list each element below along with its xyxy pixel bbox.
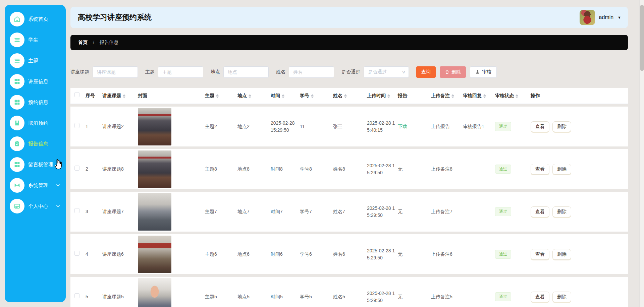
- row-checkbox[interactable]: [74, 166, 79, 171]
- sort-caret-icon[interactable]: [216, 94, 219, 98]
- sidebar-item-留言板管理[interactable]: 留言板管理: [5, 154, 66, 175]
- filter-label: 地点: [211, 69, 220, 75]
- cell-status: 通过: [495, 122, 531, 131]
- filter-group-主题: 主题: [145, 66, 203, 78]
- 删除-row-button[interactable]: 删除: [552, 164, 571, 175]
- sort-caret-icon[interactable]: [311, 94, 314, 98]
- 查看-row-button[interactable]: 查看: [531, 292, 549, 302]
- button-label: 查询: [421, 69, 431, 75]
- sort-caret-icon[interactable]: [344, 94, 347, 98]
- column-label: 报告: [398, 93, 407, 98]
- column-header-审核状态: 审核状态: [495, 92, 531, 99]
- sidebar-item-label: 个人中心: [28, 203, 48, 209]
- filter-select-是否通过[interactable]: 是否通过∨: [364, 66, 409, 78]
- sort-caret-icon[interactable]: [516, 94, 518, 98]
- column-label: 上传时间: [367, 93, 386, 98]
- sidebar-item-label: 学生: [28, 37, 38, 43]
- user-menu[interactable]: admin ▼: [580, 10, 621, 25]
- sidebar-item-预约信息[interactable]: 预约信息: [5, 92, 66, 113]
- sort-caret-icon[interactable]: [249, 94, 251, 98]
- row-checkbox[interactable]: [74, 251, 79, 256]
- sidebar-item-学生[interactable]: 学生: [5, 29, 66, 50]
- sidebar-item-报告信息[interactable]: 报告信息: [5, 133, 66, 154]
- cover-image: [138, 278, 171, 307]
- 删除-row-button[interactable]: 删除: [552, 121, 571, 132]
- sidebar-item-label: 报告信息: [28, 141, 48, 147]
- column-header-学号: 学号: [300, 92, 333, 99]
- cell-report: 无: [398, 293, 431, 300]
- 删除-row-button[interactable]: 删除: [552, 206, 571, 217]
- cell-actions: 查看删除: [531, 206, 628, 217]
- cell-name: 姓名5: [333, 293, 367, 300]
- filter-label: 是否通过: [341, 69, 360, 75]
- filter-input-地点[interactable]: [223, 66, 269, 78]
- sidebar-item-label: 系统管理: [28, 182, 48, 189]
- column-label: 操作: [531, 93, 540, 98]
- sort-caret-icon[interactable]: [483, 94, 486, 98]
- column-header-讲座课题: 讲座课题: [102, 92, 138, 99]
- 审核-button[interactable]: 审核: [470, 66, 497, 78]
- sidebar-item-主题[interactable]: 主题: [5, 50, 66, 71]
- cell-status: 通过: [495, 207, 531, 216]
- 查看-row-button[interactable]: 查看: [531, 121, 549, 132]
- sidebar-item-讲座信息[interactable]: 讲座信息: [5, 71, 66, 92]
- sidebar-item-个人中心[interactable]: 个人中心: [5, 196, 66, 217]
- sort-caret-icon[interactable]: [451, 94, 454, 98]
- sidebar-item-取消预约[interactable]: 取消预约: [5, 113, 66, 133]
- filter-input-讲座课题[interactable]: [93, 66, 138, 78]
- cell-index: 1: [86, 123, 102, 130]
- table-header-row: 序号讲座课题封面主题地点时间学号姓名上传时间报告上传备注审核回复审核状态操作: [70, 88, 628, 104]
- 查看-row-button[interactable]: 查看: [531, 249, 549, 260]
- 删除-row-button[interactable]: 删除: [552, 249, 571, 260]
- cell-upload-time: 2025-02-28 15:29:50: [367, 247, 398, 261]
- report-text: 无: [398, 251, 402, 257]
- cell-place: 地点8: [237, 166, 271, 172]
- 删除-row-button[interactable]: 删除: [552, 292, 571, 302]
- filter-input-姓名[interactable]: [289, 66, 334, 78]
- button-label: 删除: [451, 69, 461, 75]
- column-header-封面: 封面: [138, 92, 205, 99]
- sidebar-item-label: 取消预约: [28, 120, 48, 126]
- cell-actions: 查看删除: [531, 249, 628, 260]
- avatar[interactable]: [580, 10, 595, 25]
- report-download-link[interactable]: 下载: [398, 124, 407, 129]
- cell-name: 姓名8: [333, 166, 367, 172]
- row-checkbox[interactable]: [74, 123, 79, 128]
- cover-image: [138, 150, 171, 188]
- cell-student-no: 11: [300, 123, 333, 130]
- cell-index: 4: [86, 251, 102, 257]
- column-header-地点: 地点: [237, 92, 271, 99]
- vertical-scrollbar[interactable]: [639, 0, 644, 307]
- select-all-checkbox[interactable]: [74, 92, 79, 97]
- sidebar-item-系统首页[interactable]: 系统首页: [5, 9, 66, 29]
- sort-caret-icon[interactable]: [387, 94, 390, 98]
- column-header-审核回复: 审核回复: [463, 92, 495, 99]
- 查看-row-button[interactable]: 查看: [531, 206, 549, 217]
- 查询-button[interactable]: 查询: [416, 66, 436, 78]
- 查看-row-button[interactable]: 查看: [531, 164, 549, 175]
- 删除-button[interactable]: 删除: [440, 66, 466, 78]
- cell-report: 无: [398, 208, 431, 215]
- cell-course: 讲座课题8: [102, 166, 138, 172]
- row-checkbox[interactable]: [74, 208, 79, 213]
- cell-topic: 主题8: [205, 166, 237, 172]
- card-icon: [10, 199, 24, 213]
- filter-label: 主题: [145, 69, 155, 75]
- cell-name: 姓名7: [333, 208, 367, 215]
- breadcrumb-home-link[interactable]: 首页: [78, 40, 88, 46]
- report-table: 序号讲座课题封面主题地点时间学号姓名上传时间报告上传备注审核回复审核状态操作 1…: [70, 88, 628, 307]
- main-content: 高校学习讲座预约系统 admin ▼ 首页 / 报告信息 讲座课题主题地点姓名是…: [70, 0, 628, 307]
- grid-icon: [10, 74, 24, 89]
- sidebar-item-系统管理[interactable]: 系统管理: [5, 175, 66, 196]
- scrollbar-thumb[interactable]: [640, 5, 644, 71]
- column-label: 审核回复: [463, 93, 482, 98]
- row-checkbox[interactable]: [74, 293, 79, 298]
- cell-index: 5: [86, 293, 102, 300]
- filter-input-主题[interactable]: [158, 66, 203, 78]
- list-icon: [10, 33, 24, 47]
- sort-caret-icon[interactable]: [123, 94, 125, 98]
- cell-course: 讲座课题6: [102, 251, 138, 257]
- cell-report: 下载: [398, 123, 431, 130]
- cell-student-no: 学号7: [300, 208, 333, 215]
- sort-caret-icon[interactable]: [282, 94, 284, 98]
